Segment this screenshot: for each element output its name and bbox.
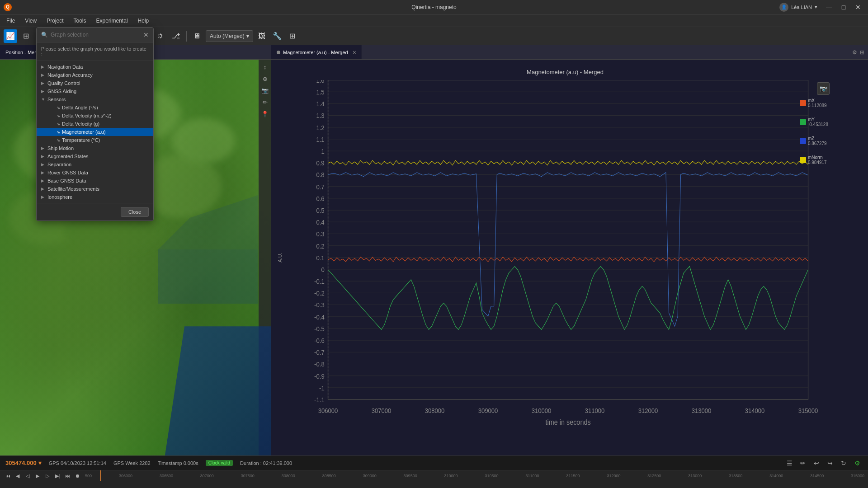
status-icon-settings[interactable]: ⚙: [852, 458, 863, 469]
map-pin-btn[interactable]: 📍: [259, 108, 270, 119]
search-icon: 🔍: [41, 32, 48, 38]
tree-item-sensors[interactable]: ▼ Sensors: [37, 95, 153, 103]
tl-next-btn[interactable]: ▶|: [53, 472, 61, 480]
tick-314000: 314000: [769, 474, 783, 478]
tree-label: Base GNSS Data: [47, 178, 86, 183]
menu-help[interactable]: Help: [133, 17, 154, 25]
timestamp-arrow[interactable]: ▾: [38, 460, 42, 466]
timestamp-display[interactable]: 305474.000 ▾: [5, 460, 42, 466]
tl-record-btn[interactable]: ⏺: [73, 472, 81, 480]
expand-icon: ▶: [41, 73, 46, 77]
legend-mz-color: [800, 138, 806, 144]
svg-text:0.2: 0.2: [316, 242, 324, 250]
tree-item-gnss-aiding[interactable]: ▶ GNSS Aiding: [37, 87, 153, 95]
tick-308000: 308000: [282, 474, 295, 478]
tree-item-separation[interactable]: ▶ Separation: [37, 160, 153, 169]
map-navigate-btn[interactable]: ↕: [259, 61, 270, 72]
legend-mx-label: mX: [808, 98, 827, 103]
tree-item-nav-accuracy[interactable]: ▶ Navigation Accuracy: [37, 71, 153, 79]
toolbar-branch[interactable]: ⎇: [169, 29, 183, 43]
tree-item-satellite-meas[interactable]: ▶ Satellite/Measurements: [37, 185, 153, 193]
toolbar-auto-merged[interactable]: Auto (Merged) ▾: [206, 30, 253, 42]
status-icon-redo[interactable]: ↪: [825, 458, 835, 469]
tree-item-base-gnss[interactable]: ▶ Base GNSS Data: [37, 177, 153, 185]
minimize-button[interactable]: —: [823, 3, 835, 12]
svg-text:315000: 315000: [798, 407, 818, 414]
tick-306000: 306000: [119, 474, 132, 478]
tl-rewind-btn[interactable]: ⏮: [4, 472, 12, 480]
tree-item-ionosphere[interactable]: ▶ Ionosphere: [37, 193, 153, 201]
svg-text:1.4: 1.4: [316, 100, 324, 108]
menu-experimental[interactable]: Experimental: [92, 17, 132, 25]
menu-tools[interactable]: Tools: [69, 17, 91, 25]
tab-dot: [277, 51, 280, 54]
gps-date: GPS 04/10/2023 12:51:14: [49, 460, 106, 466]
toolbar-monitor[interactable]: 🖥: [190, 29, 204, 43]
menu-file[interactable]: File: [2, 17, 19, 25]
toolbar-gauge[interactable]: ⊞: [19, 29, 33, 43]
timeline-cursor: [100, 470, 101, 481]
graph-settings-icon[interactable]: ⚙: [852, 49, 857, 56]
tab-magnetometer[interactable]: Magnetometer (a.u) - Merged ×: [271, 45, 362, 59]
status-icon-undo[interactable]: ↩: [811, 458, 822, 469]
user-dropdown-icon[interactable]: ▾: [815, 4, 817, 10]
svg-point-5: [172, 118, 235, 164]
tree-item-quality-control[interactable]: ▶ Quality Control: [37, 79, 153, 87]
tick-312500: 312500: [647, 474, 661, 478]
graph-expand-icon[interactable]: ⊞: [860, 49, 864, 56]
close-button[interactable]: Close: [121, 207, 149, 217]
toolbar-image[interactable]: 🖼: [255, 29, 269, 43]
map-zoom-btn[interactable]: ⊕: [259, 73, 270, 84]
tree-item-magnetometer[interactable]: ∿ Magnetometer (a.u): [37, 128, 153, 136]
map-side-toolbar: ↕ ⊕ 📷 ✏ 📍: [259, 60, 271, 455]
tree-item-augmented-states[interactable]: ▶ Augmented States: [37, 152, 153, 160]
tree-item-rover-gnss[interactable]: ▶ Rover GNSS Data: [37, 169, 153, 177]
tree-item-ship-motion[interactable]: ▶ Ship Motion: [37, 144, 153, 152]
tl-prev-frame-btn[interactable]: ◁: [24, 472, 32, 480]
svg-text:-1: -1: [319, 384, 325, 392]
legend-mx: mX 0.112089: [800, 98, 828, 108]
status-icon-edit[interactable]: ✏: [797, 458, 808, 469]
graph-title: Magnetometer (a.u) - Merged: [298, 69, 832, 75]
tree-label: Navigation Accuracy: [47, 72, 93, 78]
menu-project[interactable]: Project: [42, 17, 68, 25]
tree-label: Delta Velocity (g): [62, 121, 99, 127]
close-button[interactable]: ✕: [852, 3, 864, 12]
menu-view[interactable]: View: [20, 17, 41, 25]
tree-item-temperature[interactable]: ∿ Temperature (°C): [37, 136, 153, 144]
tree-label: Rover GNSS Data: [47, 170, 88, 175]
graph-svg: .grid-line { stroke: #333; stroke-width:…: [298, 80, 832, 426]
timeline-track[interactable]: 500 306000 306500 307000 307500 308000 3…: [85, 470, 864, 481]
user-area[interactable]: 👤 Léa LIAN ▾: [779, 3, 817, 12]
graph-selection-dialog: 🔍 ✕ Please select the graph you would li…: [36, 27, 154, 221]
separator-3: [186, 31, 187, 42]
tl-prev-btn[interactable]: ◀: [14, 472, 22, 480]
tree-item-delta-velocity-ms[interactable]: ∿ Delta Velocity (m.s^-2): [37, 112, 153, 120]
map-edit-btn[interactable]: ✏: [259, 97, 270, 108]
toolbar-chart-line[interactable]: 📈: [4, 29, 17, 43]
maximize-button[interactable]: □: [837, 3, 850, 12]
svg-text:312000: 312000: [638, 407, 658, 414]
status-icon-refresh[interactable]: ↻: [838, 458, 849, 469]
tree-item-delta-velocity-g[interactable]: ∿ Delta Velocity (g): [37, 120, 153, 128]
legend-mnorm-color: [800, 157, 806, 163]
tab-magnetometer-label: Magnetometer (a.u) - Merged: [283, 50, 348, 55]
svg-text:-0.6: -0.6: [314, 337, 325, 344]
svg-text:309000: 309000: [478, 407, 498, 414]
toolbar-wifi[interactable]: ⛭: [154, 29, 167, 43]
map-camera-btn[interactable]: 📷: [259, 85, 270, 96]
status-icon-list[interactable]: ☰: [784, 458, 795, 469]
tl-forward-btn[interactable]: ⏭: [63, 472, 71, 480]
tl-play-btn[interactable]: ▶: [33, 472, 42, 480]
toolbar-plus-square[interactable]: ⊞: [286, 29, 299, 43]
tree-item-delta-angle[interactable]: ∿ Delta Angle (°/s): [37, 103, 153, 112]
tab-magnetometer-close[interactable]: ×: [353, 49, 356, 56]
tree-label: Ship Motion: [47, 145, 74, 151]
tick-306500: 306500: [160, 474, 173, 478]
tree-item-nav-data[interactable]: ▶ Navigation Data: [37, 63, 153, 71]
dialog-close-button[interactable]: ✕: [143, 31, 149, 38]
toolbar-wrench[interactable]: 🔧: [270, 29, 284, 43]
legend-mnorm: mNorm 0.984917: [800, 155, 828, 165]
graph-search-input[interactable]: [51, 32, 141, 38]
tl-next-frame-btn[interactable]: ▷: [43, 472, 52, 480]
